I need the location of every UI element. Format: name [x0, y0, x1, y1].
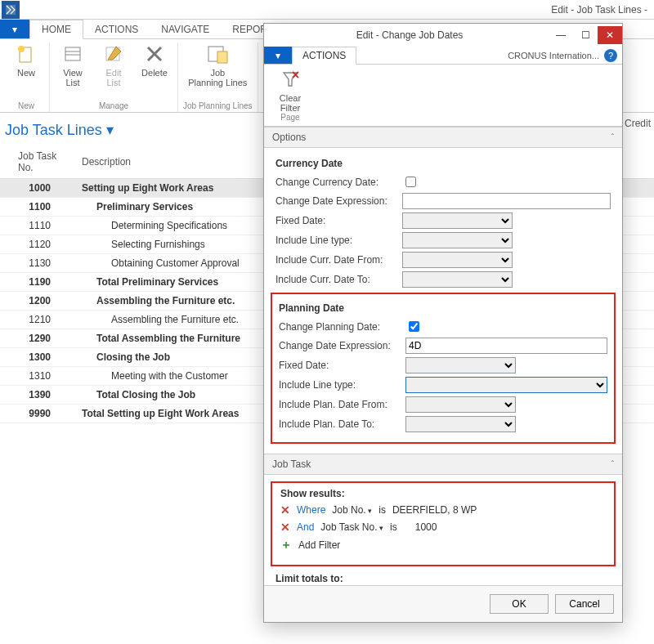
dialog-button-bar: OK Cancel [264, 585, 622, 622]
dialog-body: Options ˆ Currency Date Change Currency … [264, 127, 622, 585]
group-new-caption: New [18, 101, 34, 112]
curr-include-line-type-label: Include Line type: [275, 235, 402, 246]
cell-job-task-no[interactable]: 1130 [0, 254, 74, 273]
dialog-ribbon-tabs: ▾ ACTIONS CRONUS Internation... ? [264, 47, 622, 65]
close-button[interactable]: ✕ [598, 26, 622, 44]
curr-change-date-expr-input[interactable] [402, 193, 611, 209]
change-currency-date-checkbox[interactable] [405, 177, 416, 187]
cell-job-task-no[interactable]: 1110 [0, 217, 74, 235]
filter-value-2[interactable]: 1000 [415, 521, 437, 533]
clear-filter-icon [279, 68, 302, 91]
cell-job-task-no[interactable]: 9990 [0, 405, 74, 423]
group-manage: View List Edit List Delete Manage [50, 42, 178, 112]
cell-job-task-no[interactable]: 1000 [0, 179, 74, 198]
filter-value-1[interactable]: DEERFIELD, 8 WP [392, 504, 477, 516]
plan-include-to-select[interactable] [405, 416, 516, 432]
new-button[interactable]: New [8, 42, 44, 78]
job-planning-lines-icon [206, 42, 229, 65]
parent-title-bar: Edit - Job Task Lines - [0, 0, 654, 20]
dialog-file-tab[interactable]: ▾ [264, 47, 292, 64]
cell-job-task-no[interactable]: 1290 [0, 329, 74, 348]
cell-job-task-no[interactable]: 1190 [0, 273, 74, 292]
dialog-group-page: Clear Filter Page [267, 68, 313, 123]
curr-fixed-date-label: Fixed Date: [275, 215, 402, 226]
curr-change-date-expr-label: Change Date Expression: [275, 195, 402, 207]
group-jpl-caption: Job Planning Lines [183, 101, 253, 112]
add-filter-line[interactable]: ＋ Add Filter [280, 538, 606, 552]
svg-rect-3 [65, 47, 80, 60]
options-body: Currency Date Change Currency Date: Chan… [264, 148, 622, 454]
and-label: And [297, 521, 314, 533]
clear-filter-button[interactable]: Clear Filter [272, 68, 308, 113]
cell-job-task-no[interactable]: 1310 [0, 367, 74, 386]
is-label: is [390, 521, 397, 533]
tab-actions[interactable]: ACTIONS [83, 20, 150, 38]
curr-fixed-date-select[interactable] [402, 212, 513, 229]
curr-include-from-label: Include Curr. Date From: [275, 254, 402, 266]
svg-point-2 [18, 46, 25, 52]
jobtask-fasttab-header[interactable]: Job Task ˆ [264, 454, 622, 475]
cell-job-task-no[interactable]: 1300 [0, 348, 74, 367]
group-job-planning-lines: Job Planning Lines Job Planning Lines [178, 42, 258, 112]
new-icon [15, 42, 38, 65]
plan-include-line-type-select[interactable] [405, 377, 607, 393]
change-planning-date-label: Change Planning Date: [279, 321, 405, 333]
remove-filter-icon[interactable]: ✕ [280, 521, 290, 534]
company-indicator: CRONUS Internation... ? [503, 47, 622, 64]
filter-line-1: ✕ Where Job No. is DEERFIELD, 8 WP [280, 503, 606, 517]
minimize-button[interactable]: — [549, 26, 573, 44]
plan-change-date-expr-input[interactable] [405, 338, 607, 354]
plan-fixed-date-select[interactable] [405, 357, 516, 373]
cell-job-task-no[interactable]: 1200 [0, 292, 74, 311]
remove-filter-icon[interactable]: ✕ [280, 503, 290, 517]
filter-line-2: ✕ And Job Task No. is 1000 [280, 521, 606, 534]
curr-include-to-label: Include Curr. Date To: [275, 274, 402, 285]
file-tab[interactable]: ▾ [0, 20, 29, 38]
cell-job-task-no[interactable]: 1210 [0, 311, 74, 329]
cell-job-task-no[interactable]: 1390 [0, 386, 74, 405]
curr-include-from-select[interactable] [402, 252, 513, 268]
cell-job-task-no[interactable]: 1100 [0, 198, 74, 217]
job-planning-lines-button[interactable]: Job Planning Lines [188, 42, 247, 87]
change-planning-date-checkbox[interactable] [409, 321, 419, 332]
dialog-tab-actions[interactable]: ACTIONS [292, 47, 356, 65]
filter-field-2[interactable]: Job Task No. [320, 521, 383, 533]
view-list-button[interactable]: View List [55, 42, 91, 87]
show-results-label: Show results: [280, 488, 606, 499]
where-label: Where [297, 504, 325, 516]
edit-list-icon [102, 42, 125, 65]
cell-job-task-no[interactable]: 1120 [0, 235, 74, 254]
help-icon[interactable]: ? [604, 49, 617, 62]
view-list-icon [61, 42, 84, 65]
tab-navigate[interactable]: NAVIGATE [150, 20, 221, 38]
options-fasttab-header[interactable]: Options ˆ [264, 127, 622, 148]
dialog-title-bar[interactable]: Edit - Change Job Dates — ☐ ✕ [264, 24, 622, 47]
add-icon: ＋ [280, 538, 292, 552]
right-truncated-column: Credit [629, 114, 654, 188]
chevron-up-icon: ˆ [611, 460, 614, 469]
curr-include-line-type-select[interactable] [402, 232, 513, 248]
maximize-button[interactable]: ☐ [573, 26, 598, 44]
limit-totals-label: Limit totals to: [275, 573, 611, 584]
plan-change-date-expr-label: Change Date Expression: [279, 340, 405, 351]
chevron-down-icon: ▾ [12, 24, 17, 35]
plan-include-from-select[interactable] [405, 396, 516, 413]
dialog-ribbon-body: Clear Filter Page [264, 65, 622, 127]
ok-button[interactable]: OK [490, 594, 549, 614]
plan-fixed-date-label: Fixed Date: [279, 360, 405, 371]
chevron-up-icon: ˆ [611, 133, 614, 142]
group-manage-caption: Manage [99, 101, 128, 112]
col-job-task-no[interactable]: Job Task No. [0, 145, 74, 179]
plan-include-line-type-label: Include Line type: [279, 379, 405, 391]
svg-rect-8 [217, 51, 227, 63]
currency-date-header: Currency Date [275, 158, 611, 169]
edit-list-button[interactable]: Edit List [96, 42, 132, 87]
planning-date-box: Planning Date Change Planning Date: Chan… [271, 293, 616, 444]
parent-window-title: Edit - Job Task Lines - [20, 4, 654, 16]
curr-include-to-select[interactable] [402, 271, 513, 288]
cancel-button[interactable]: Cancel [555, 594, 614, 614]
filter-field-1[interactable]: Job No. [332, 504, 372, 516]
tab-home[interactable]: HOME [29, 20, 83, 39]
plan-include-to-label: Include Plan. Date To: [279, 418, 405, 430]
delete-button[interactable]: Delete [137, 42, 172, 87]
